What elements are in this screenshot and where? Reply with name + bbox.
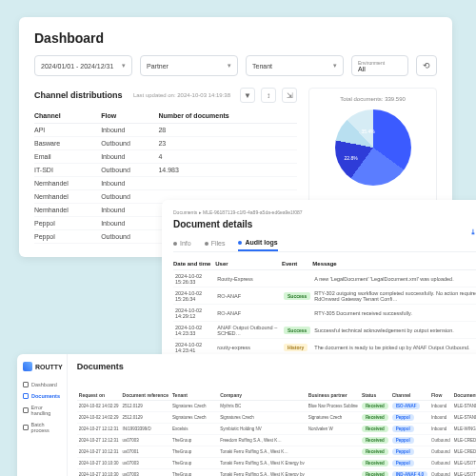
environment-select[interactable]: EnvironmentAll [351,55,408,76]
table-row[interactable]: 2024-10-02 14:02:292512.0129Signatures C… [77,412,476,424]
table-row[interactable]: EmailInbound4 [34,150,297,164]
sidebar-item[interactable]: Documents [21,390,63,402]
table-row[interactable]: 2024-10-02 14:29:12RO-ANAFRTY-305 Docume… [173,305,476,322]
tab-info[interactable]: Info [173,235,191,251]
total-label: Total documents: 339.590 [317,96,428,102]
table-row[interactable]: 2024-10-02 15:26:34RO-ANAFSuccessRTY-302… [173,288,476,305]
documents-panel: ROUTTY DashboardDocumentsError handlingB… [17,354,476,476]
table-row[interactable]: 2024-10-02 14:23:41routty-expressHistory… [173,339,476,356]
tab-audit-logs[interactable]: Audit logs [238,235,277,251]
table-row[interactable]: BaswareOutbound23 [34,137,297,150]
filter-icon[interactable]: ▼ [240,88,255,103]
table-row[interactable]: APIInbound28 [34,124,297,137]
chevron-down-icon: ▾ [228,62,231,69]
documents-title: Documents [77,362,476,371]
brand-logo[interactable]: ROUTTY [21,362,63,371]
dist-title: Channel distributions [34,90,123,100]
date-range-select[interactable]: 2024/01/01 - 2024/12/31▾ [34,55,132,76]
nav-icon [23,407,29,413]
table-row[interactable]: 2024-10-27 10:12:31us07001TheGroupTonaki… [77,446,476,458]
last-updated: Last updated on: 2024-10-03 14:19:38 [133,92,230,98]
table-row[interactable]: 2024-10-02 14:23:33ANAF Output Outbound … [173,322,476,339]
info-icon [173,242,177,246]
toolbar: ⟲ ▼ ▤ ⇲ [77,375,476,387]
sidebar: ROUTTY DashboardDocumentsError handlingB… [17,354,68,476]
tenant-select[interactable]: Tenant▾ [246,55,344,76]
table-row[interactable]: 2024-10-02 15:26:33Routty-ExpressA new '… [173,270,476,288]
table-row[interactable]: 2024-10-27 10:10:30us07003TheGroupTonaki… [77,458,476,469]
nav-icon [23,393,29,399]
tabs: Info Files Audit logs [173,235,476,252]
partner-select[interactable]: Partner▾ [140,55,238,76]
save-button[interactable]: ⤓ Save [470,228,476,236]
breadcrumb[interactable]: Documents ▸ MLE-96187119-c1f0-4a89-a5da-… [173,209,476,215]
files-icon [205,242,208,246]
filter-button[interactable]: ⟲ [416,55,437,76]
tab-files[interactable]: Files [205,235,226,251]
table-row[interactable]: 2024-10-27 10:10:30us07003TheGroupTonaki… [77,469,476,477]
table-row[interactable]: 2024-10-27 12:12:31IN/19933399/DExcelsis… [77,424,476,435]
audit-icon [238,241,242,245]
chevron-down-icon: ▾ [122,62,126,69]
export-icon[interactable]: ⇲ [282,88,297,103]
chevron-down-icon: ▾ [333,62,337,69]
filter-row: 2024/01/01 - 2024/12/31▾ Partner▾ Tenant… [34,55,437,76]
sidebar-item[interactable]: Batch process [21,419,63,436]
table-row[interactable]: 2024-10-27 12:12:31us07003TheGroupFreedo… [77,435,476,446]
details-title: Document details [173,219,476,229]
logo-icon [23,362,32,371]
sidebar-item[interactable]: Error handling [21,402,63,419]
dashboard-title: Dashboard [34,30,437,46]
pie-chart: 35.4% 22.8% [335,109,411,186]
table-row[interactable]: 2024-10-02 14:02:292512.0129Signatures C… [77,401,476,412]
nav-icon [23,425,29,430]
nav-icon [23,382,29,387]
sort-icon[interactable]: ↕ [261,88,276,103]
sidebar-item[interactable]: Dashboard [21,379,63,390]
documents-table: Request onDocument referenceTenantCompan… [77,390,476,476]
table-row[interactable]: NemhandelInbound [34,177,297,190]
table-row[interactable]: IT-SDIOutbound14.983 [34,164,297,177]
